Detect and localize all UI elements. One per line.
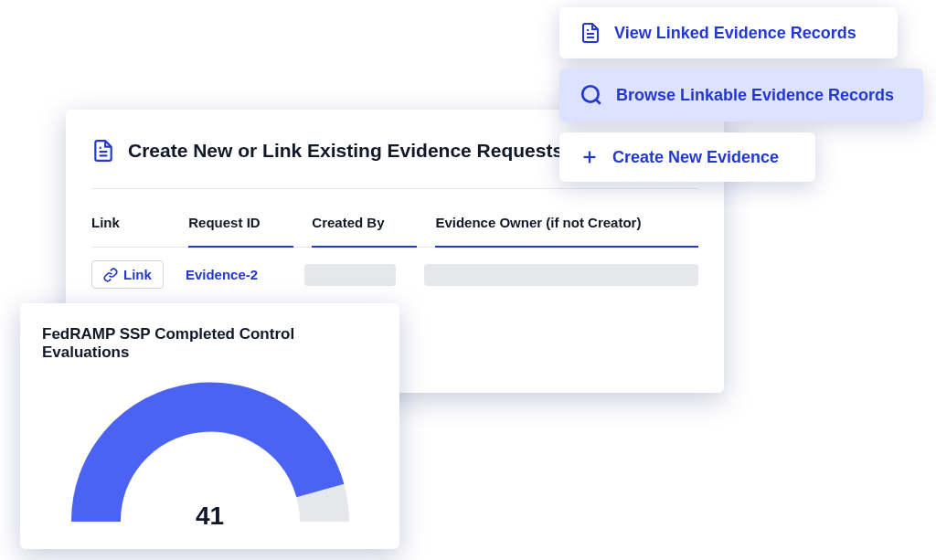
gauge-chart: 41: [42, 380, 378, 531]
request-id-value[interactable]: Evidence-2: [186, 267, 287, 282]
created-by-cell: [304, 264, 406, 286]
link-icon: [103, 268, 118, 282]
view-linked-evidence-button[interactable]: View Linked Evidence Records: [559, 7, 898, 58]
document-icon: [91, 139, 115, 163]
plus-icon: [580, 147, 600, 167]
column-header-link: Link: [91, 215, 170, 238]
menu-item-label: Browse Linkable Evidence Records: [616, 86, 894, 105]
column-header-created-by[interactable]: Created By: [312, 215, 417, 238]
column-header-evidence-owner[interactable]: Evidence Owner (if not Creator): [435, 215, 698, 238]
table-row: Link Evidence-2: [91, 248, 698, 301]
gauge-value: 41: [196, 502, 224, 531]
link-button-label: Link: [123, 267, 152, 282]
document-icon: [580, 22, 601, 44]
gauge-title: FedRAMP SSP Completed Control Evaluation…: [42, 325, 378, 362]
evidence-table: Link Request ID Created By Evidence Owne…: [91, 206, 698, 301]
menu-item-label: View Linked Evidence Records: [614, 24, 856, 43]
link-button[interactable]: Link: [91, 260, 164, 289]
svg-line-7: [596, 100, 601, 104]
created-by-placeholder: [304, 264, 396, 286]
search-icon: [580, 83, 603, 107]
evidence-owner-cell: [424, 264, 698, 286]
svg-point-6: [582, 86, 598, 101]
link-cell: Link: [91, 260, 167, 289]
table-header-row: Link Request ID Created By Evidence Owne…: [91, 206, 698, 248]
column-header-request-id[interactable]: Request ID: [188, 215, 293, 238]
panel-title: Create New or Link Existing Evidence Req…: [128, 140, 569, 162]
gauge-panel: FedRAMP SSP Completed Control Evaluation…: [20, 303, 399, 549]
browse-linkable-evidence-button[interactable]: Browse Linkable Evidence Records: [559, 69, 923, 122]
create-new-evidence-button[interactable]: Create New Evidence: [559, 132, 815, 182]
evidence-owner-placeholder: [424, 264, 698, 286]
menu-item-label: Create New Evidence: [612, 148, 779, 167]
